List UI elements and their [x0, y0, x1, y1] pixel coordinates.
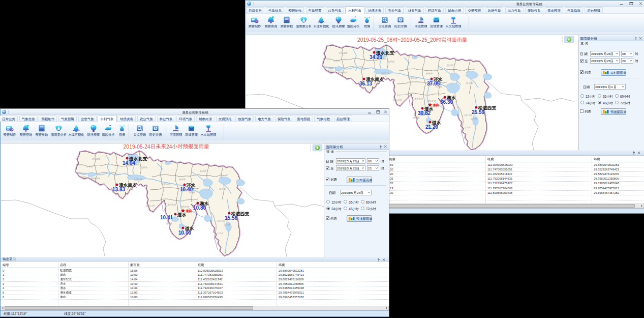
svg-text:111.762008144631: 111.762008144631 [198, 282, 223, 285]
svg-text:111.397267104503: 111.397267104503 [198, 291, 223, 294]
svg-text:29.6893549532281: 29.6893549532281 [594, 163, 619, 166]
svg-text:111.397267104503: 111.397267104503 [487, 187, 512, 190]
svg-text:111.452105411342: 111.452105411342 [198, 278, 223, 281]
svg-text:29.6388012485048: 29.6388012485048 [279, 286, 304, 290]
svg-text:111.762008144631: 111.762008144631 [487, 177, 512, 180]
svg-text:25.59: 25.59 [472, 109, 484, 115]
svg-text:2: 2 [3, 278, 4, 281]
svg-text:10.80: 10.80 [193, 205, 206, 211]
svg-text:29.5521563749423: 29.5521563749423 [594, 168, 619, 171]
svg-text:15.56: 15.56 [130, 269, 138, 272]
svg-text:111.712196476327: 111.712196476327 [487, 182, 512, 185]
svg-text:29.6966457357282: 29.6966457357282 [279, 296, 304, 299]
svg-text:4: 4 [3, 286, 5, 290]
svg-text:29.6966457357282: 29.6966457357282 [594, 191, 619, 194]
svg-text:112.006025625023: 112.006025625023 [198, 269, 223, 272]
svg-text:111.712196476327: 111.712196476327 [198, 286, 223, 290]
svg-text:37.05: 37.05 [427, 81, 440, 86]
svg-text:111.830565050435: 111.830565050435 [198, 296, 223, 299]
svg-text:2019-05-25_08: 2019-05-25_08 [357, 37, 392, 43]
svg-text:29.8823476116209: 29.8823476116209 [279, 278, 304, 281]
svg-text:34.20: 34.20 [370, 54, 382, 60]
svg-text:14.04: 14.04 [122, 160, 135, 166]
svg-text:29.8823476116209: 29.8823476116209 [594, 172, 619, 176]
svg-text:29.7854475975921: 29.7854475975921 [279, 291, 304, 294]
svg-text:29.7854475975921: 29.7854475975921 [594, 187, 619, 190]
svg-text:111.452105411342: 111.452105411342 [487, 172, 512, 176]
svg-text:29.7550011350806: 29.7550011350806 [594, 177, 619, 180]
svg-text:21.20: 21.20 [425, 124, 438, 130]
svg-text:10.80: 10.80 [130, 296, 138, 299]
svg-text:36.13: 36.13 [359, 81, 372, 86]
svg-text:29.7550011350806: 29.7550011350806 [279, 282, 304, 285]
svg-text:10.40: 10.40 [180, 187, 193, 192]
svg-text:14.04: 14.04 [130, 278, 138, 281]
svg-text:2019-05-24: 2019-05-24 [124, 144, 150, 150]
svg-text:24: 24 [166, 144, 172, 150]
svg-text:10.00: 10.00 [178, 230, 191, 236]
svg-text:5: 5 [3, 291, 4, 294]
svg-text:1: 1 [3, 273, 4, 276]
svg-text:111.747083055051: 111.747083055051 [198, 273, 223, 276]
svg-text:10.41: 10.41 [130, 286, 138, 290]
svg-text:36.30: 36.30 [440, 99, 453, 105]
svg-text:6: 6 [3, 296, 4, 299]
svg-text:10.41: 10.41 [160, 215, 173, 220]
svg-text:10.40: 10.40 [130, 282, 138, 285]
svg-text:111.830565050435: 111.830565050435 [487, 191, 512, 194]
svg-text:29.6388012485048: 29.6388012485048 [594, 182, 619, 185]
svg-text:10.00: 10.00 [130, 273, 138, 276]
svg-text:111.747083055051: 111.747083055051 [487, 168, 512, 171]
svg-text:3: 3 [3, 282, 4, 285]
svg-text:15.56: 15.56 [225, 215, 237, 221]
svg-text:0: 0 [3, 269, 4, 272]
svg-text:30.82: 30.82 [418, 110, 431, 116]
svg-text:29.6893549532281: 29.6893549532281 [279, 269, 304, 272]
svg-text:112.006025625023: 112.006025625023 [487, 163, 513, 166]
svg-text:13.83: 13.83 [130, 291, 138, 294]
svg-text:~2019-05-25_20: ~2019-05-25_20 [398, 37, 436, 43]
svg-text:29.5521563749423: 29.5521563749423 [279, 273, 304, 276]
svg-text:13.83: 13.83 [112, 187, 125, 192]
